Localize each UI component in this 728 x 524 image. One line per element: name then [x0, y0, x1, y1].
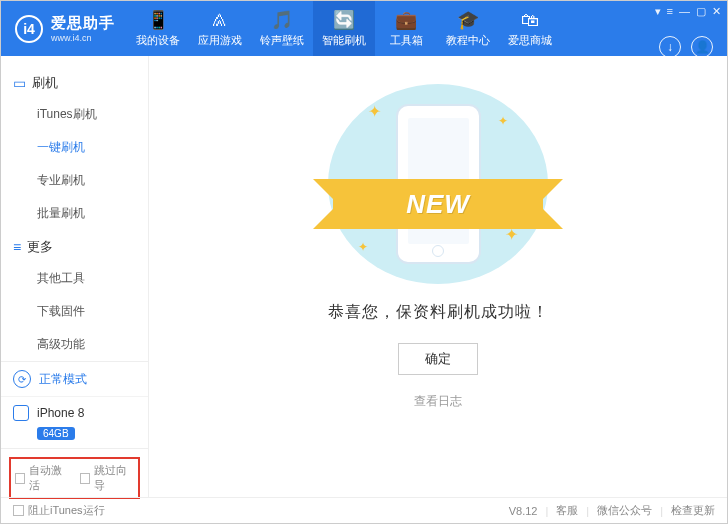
nav-label: 铃声壁纸 [260, 33, 304, 48]
device-icon: 📱 [147, 9, 169, 31]
nav-label: 智能刷机 [322, 33, 366, 48]
star-icon: ✦ [368, 102, 381, 121]
device-row[interactable]: iPhone 8 [1, 397, 148, 423]
status-bar: 阻止iTunes运行 V8.12 | 客服 | 微信公众号 | 检查更新 [1, 497, 727, 523]
nav-label: 我的设备 [136, 33, 180, 48]
success-message: 恭喜您，保资料刷机成功啦！ [328, 302, 549, 323]
section-title: 刷机 [32, 74, 58, 92]
ribbon-text: NEW [406, 189, 470, 220]
separator: | [545, 505, 548, 517]
app-title: 爱思助手 [51, 14, 115, 33]
nav-toolbox[interactable]: 💼工具箱 [375, 1, 437, 56]
nav-store[interactable]: 🛍爱思商城 [499, 1, 561, 56]
music-icon: 🎵 [271, 9, 293, 31]
star-icon: ✦ [358, 240, 368, 254]
checkbox-label: 跳过向导 [94, 463, 134, 493]
nav-label: 应用游戏 [198, 33, 242, 48]
sidebar-section-more: ≡更多 [1, 230, 148, 262]
sidebar-item-other-tools[interactable]: 其他工具 [1, 262, 148, 295]
menu-icon: ≡ [13, 239, 21, 255]
footer-link-update[interactable]: 检查更新 [671, 503, 715, 518]
apps-icon: ⩓ [211, 9, 229, 31]
separator: | [660, 505, 663, 517]
menu-icon[interactable]: ▾ [655, 5, 661, 18]
nav-label: 教程中心 [446, 33, 490, 48]
window-controls: ▾ ≡ — ▢ ✕ [649, 1, 727, 22]
checkbox-icon [80, 473, 90, 484]
phone-icon: ▭ [13, 75, 26, 91]
nav-apps[interactable]: ⩓应用游戏 [189, 1, 251, 56]
refresh-icon: 🔄 [333, 9, 355, 31]
separator: | [586, 505, 589, 517]
checkbox-auto-activate[interactable]: 自动激活 [15, 463, 70, 493]
minimize-icon[interactable]: — [679, 5, 690, 18]
view-log-link[interactable]: 查看日志 [414, 393, 462, 410]
success-illustration: ✦ ✦ ✦ ✦ NEW [328, 84, 548, 284]
sidebar-item-advanced[interactable]: 高级功能 [1, 328, 148, 361]
nav-tutorial[interactable]: 🎓教程中心 [437, 1, 499, 56]
version-label: V8.12 [509, 505, 538, 517]
device-name: iPhone 8 [37, 406, 84, 420]
app-url: www.i4.cn [51, 33, 115, 43]
checkbox-block-itunes[interactable]: 阻止iTunes运行 [13, 503, 105, 518]
logo-icon: i4 [15, 15, 43, 43]
app-logo: i4 爱思助手 www.i4.cn [1, 14, 127, 43]
footer-link-support[interactable]: 客服 [556, 503, 578, 518]
sidebar-item-pro-flash[interactable]: 专业刷机 [1, 164, 148, 197]
checkbox-label: 自动激活 [29, 463, 69, 493]
maximize-icon[interactable]: ▢ [696, 5, 706, 18]
ok-button[interactable]: 确定 [398, 343, 478, 375]
checkbox-icon [13, 505, 24, 516]
status-label: 正常模式 [39, 371, 87, 388]
checkbox-label: 阻止iTunes运行 [28, 503, 105, 518]
sidebar-item-itunes-flash[interactable]: iTunes刷机 [1, 98, 148, 131]
sidebar-section-flash: ▭刷机 [1, 66, 148, 98]
options-highlight-box: 自动激活 跳过向导 [9, 457, 140, 499]
sidebar-item-download-firmware[interactable]: 下载固件 [1, 295, 148, 328]
download-icon[interactable]: ↓ [659, 36, 681, 58]
nav-label: 爱思商城 [508, 33, 552, 48]
main-content: ✦ ✦ ✦ ✦ NEW 恭喜您，保资料刷机成功啦！ 确定 查看日志 [149, 56, 727, 497]
new-ribbon: NEW [333, 179, 543, 229]
nav-my-device[interactable]: 📱我的设备 [127, 1, 189, 56]
close-icon[interactable]: ✕ [712, 5, 721, 18]
sync-icon: ⟳ [13, 370, 31, 388]
tutorial-icon: 🎓 [457, 9, 479, 31]
top-nav: 📱我的设备 ⩓应用游戏 🎵铃声壁纸 🔄智能刷机 💼工具箱 🎓教程中心 🛍爱思商城 [127, 1, 561, 56]
toolbox-icon: 💼 [395, 9, 417, 31]
nav-label: 工具箱 [390, 33, 423, 48]
star-icon: ✦ [498, 114, 508, 128]
checkbox-skip-guide[interactable]: 跳过向导 [80, 463, 135, 493]
store-icon: 🛍 [521, 9, 539, 31]
phone-icon [13, 405, 29, 421]
settings-icon[interactable]: ≡ [667, 5, 673, 18]
sidebar: ▭刷机 iTunes刷机 一键刷机 专业刷机 批量刷机 ≡更多 其他工具 下载固… [1, 56, 149, 497]
footer-link-wechat[interactable]: 微信公众号 [597, 503, 652, 518]
sidebar-item-oneclick-flash[interactable]: 一键刷机 [1, 131, 148, 164]
device-mode-status[interactable]: ⟳正常模式 [1, 362, 148, 397]
app-header: i4 爱思助手 www.i4.cn 📱我的设备 ⩓应用游戏 🎵铃声壁纸 🔄智能刷… [1, 1, 727, 56]
sidebar-item-batch-flash[interactable]: 批量刷机 [1, 197, 148, 230]
checkbox-icon [15, 473, 25, 484]
section-title: 更多 [27, 238, 53, 256]
nav-flash[interactable]: 🔄智能刷机 [313, 1, 375, 56]
nav-ringtone[interactable]: 🎵铃声壁纸 [251, 1, 313, 56]
storage-badge: 64GB [37, 427, 75, 440]
user-icon[interactable]: 👤 [691, 36, 713, 58]
